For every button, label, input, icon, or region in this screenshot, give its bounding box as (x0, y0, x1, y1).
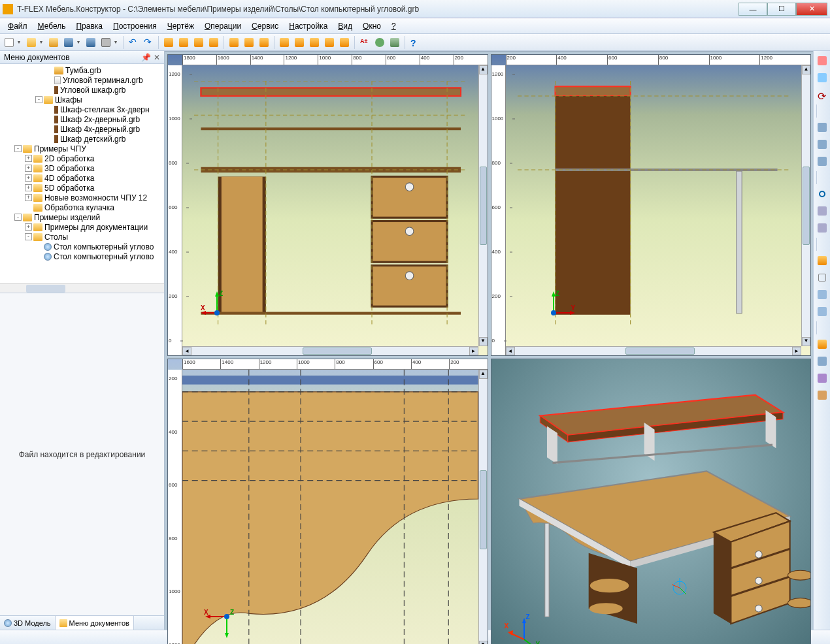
open-button[interactable] (25, 36, 38, 49)
tree-item[interactable]: +4D обработка (0, 173, 164, 183)
zoom-button[interactable] (815, 187, 829, 201)
scrollbar-vertical[interactable]: ▲▼ (478, 370, 488, 644)
view-tool-button[interactable] (815, 287, 829, 302)
library-button[interactable] (47, 36, 60, 49)
separator (123, 36, 124, 49)
tree-item[interactable]: Шкаф детский.grb (0, 134, 164, 144)
tree-item[interactable]: -Примеры ЧПУ (0, 144, 164, 153)
tool-button[interactable] (242, 36, 256, 49)
new-button[interactable] (3, 36, 16, 49)
tree-scrollbar[interactable] (0, 283, 164, 293)
view-tool-button[interactable] (815, 137, 829, 152)
right-toolbar: ⟳ (813, 51, 830, 630)
tree-item[interactable]: +Примеры для документации (0, 222, 164, 232)
view-tool-button[interactable] (815, 154, 829, 169)
help-button[interactable]: ? (408, 36, 422, 49)
minimize-button[interactable]: — (739, 3, 767, 16)
view-mode-button[interactable] (815, 388, 829, 402)
tree-item[interactable]: +2D обработка (0, 153, 164, 163)
tool-button[interactable] (192, 36, 205, 49)
menu-правка[interactable]: Правка (71, 20, 108, 32)
view-mode-button[interactable] (815, 354, 829, 368)
cube-button[interactable] (815, 337, 829, 351)
view-tool-button[interactable] (815, 304, 829, 319)
menu-мебель[interactable]: Мебель (33, 20, 71, 32)
undo-button[interactable]: ↶ (127, 36, 140, 49)
menu-настройка[interactable]: Настройка (284, 20, 333, 32)
tree-item[interactable]: Шкаф 2х-дверный.grb (0, 114, 164, 124)
tool-button[interactable] (257, 36, 271, 49)
tool-button[interactable] (323, 36, 336, 49)
tree-item[interactable]: Шкаф-стеллаж 3х-дверн (0, 105, 164, 114)
tree-item[interactable]: Угловой шкаф.grb (0, 85, 164, 95)
pin-icon[interactable]: 📌 (141, 53, 151, 62)
left-tab[interactable]: Меню документов (56, 616, 134, 630)
tree-item[interactable]: -Шкафы (0, 95, 164, 105)
menu-вид[interactable]: Вид (333, 20, 357, 32)
pan-button[interactable] (815, 204, 829, 218)
print-button[interactable] (99, 36, 112, 49)
tool-button[interactable] (308, 36, 321, 49)
scrollbar-vertical[interactable]: ▲▼ (801, 65, 810, 346)
variables-button[interactable]: A± (358, 36, 371, 49)
axis-gizmo: X Z Y (505, 613, 537, 644)
tree-item[interactable]: -Примеры изделий (0, 212, 164, 222)
close-panel-icon[interactable]: ✕ (154, 53, 160, 62)
tree-item[interactable]: Угловой терминал.grb (0, 75, 164, 85)
redo-button[interactable]: ↷ (142, 36, 155, 49)
menu-окно[interactable]: Окно (357, 20, 386, 32)
tool-button[interactable] (373, 36, 386, 49)
tree-item[interactable]: +Новые возможности ЧПУ 12 (0, 193, 164, 202)
view-tool-button[interactable] (815, 120, 829, 135)
dropdown-icon[interactable]: ▾ (77, 39, 82, 45)
3d-button[interactable] (388, 36, 401, 49)
save-button[interactable] (62, 36, 75, 49)
tree-item[interactable]: +5D обработка (0, 183, 164, 193)
menu-файл[interactable]: Файл (3, 20, 33, 32)
tool-button[interactable] (338, 36, 351, 49)
dropdown-icon[interactable]: ▾ (40, 39, 45, 45)
tree-item[interactable]: Стол компьютерный углово (0, 242, 164, 251)
view-tool-button[interactable] (815, 221, 829, 235)
tree-item[interactable]: -Столы (0, 232, 164, 242)
dropdown-icon[interactable]: ▾ (18, 39, 23, 45)
menu-?[interactable]: ? (386, 20, 401, 32)
tool-button[interactable] (293, 36, 306, 49)
menu-построения[interactable]: Построения (108, 20, 162, 32)
scrollbar-horizontal[interactable]: ◄► (182, 346, 478, 355)
tree-item[interactable]: Шкаф 4х-дверный.grb (0, 124, 164, 134)
scrollbar-vertical[interactable]: ▲▼ (478, 65, 488, 346)
tree-item[interactable]: +3D обработка (0, 163, 164, 173)
menu-чертёж[interactable]: Чертёж (162, 20, 199, 32)
document-tree[interactable]: Тумба.grbУгловой терминал.grbУгловой шка… (0, 64, 164, 283)
scrollbar-horizontal[interactable]: ◄► (506, 346, 802, 355)
viewport-side[interactable]: 20040060080010001200 1200100080060040020… (491, 54, 812, 356)
viewport-front[interactable]: 18001600140012001000800600400200 1200100… (167, 54, 488, 356)
menu-сервис[interactable]: Сервис (246, 20, 284, 32)
tool-button[interactable] (207, 36, 220, 49)
maximize-button[interactable]: ☐ (767, 3, 796, 16)
view-mode-button[interactable] (815, 371, 829, 385)
viewport-top[interactable]: 1600140012001000800600400200 20040060080… (167, 359, 488, 644)
close-button[interactable]: ✕ (796, 3, 827, 16)
tool-button[interactable] (227, 36, 241, 49)
tree-item[interactable]: Тумба.grb (0, 65, 164, 75)
view-gizmo[interactable] (667, 575, 699, 607)
wireframe-button[interactable] (815, 270, 829, 285)
tool-button[interactable] (177, 36, 190, 49)
tool-button[interactable] (162, 36, 175, 49)
rotate-button[interactable]: ⟳ (815, 88, 829, 102)
tree-item[interactable]: Стол компьютерный углово (0, 251, 164, 261)
dropdown-icon[interactable]: ▾ (114, 39, 120, 45)
menu-операции[interactable]: Операции (199, 20, 246, 32)
view-tool-button[interactable] (815, 71, 829, 85)
shade-button[interactable] (815, 253, 829, 268)
view-tool-button[interactable] (815, 54, 829, 68)
tree-item[interactable]: Обработка кулачка (0, 202, 164, 212)
viewport-3d[interactable]: X Z Y (491, 359, 812, 644)
svg-point-73 (755, 605, 762, 612)
svg-point-72 (755, 577, 762, 585)
save-all-button[interactable] (84, 36, 97, 49)
tool-button[interactable] (278, 36, 291, 49)
left-tab[interactable]: 3D Модель (0, 616, 56, 630)
